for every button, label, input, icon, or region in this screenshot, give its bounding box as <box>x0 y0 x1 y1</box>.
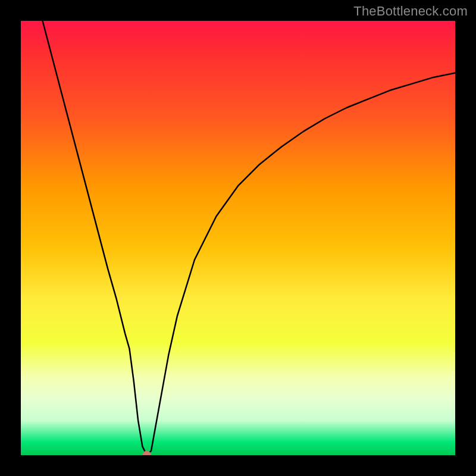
curve-layer <box>21 21 455 455</box>
plot-area <box>21 21 455 455</box>
chart-frame: TheBottleneck.com <box>0 0 476 476</box>
watermark-text: TheBottleneck.com <box>353 4 468 19</box>
bottleneck-curve <box>43 21 456 455</box>
